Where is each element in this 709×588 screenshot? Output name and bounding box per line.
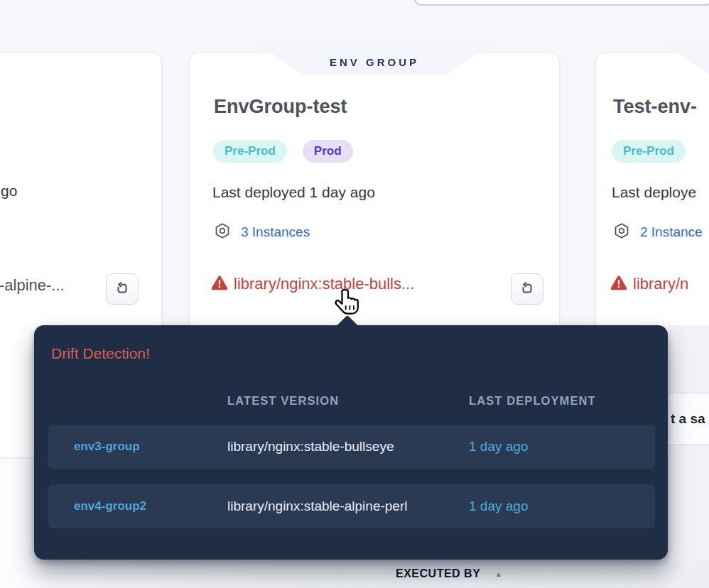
- redeploy-icon: [520, 281, 534, 298]
- card-title: Test-env-: [613, 96, 697, 118]
- instances-row[interactable]: 2 Instance: [613, 222, 703, 242]
- drift-image-row[interactable]: library/n: [610, 275, 688, 293]
- env-group-link[interactable]: env3-group: [74, 440, 227, 454]
- executed-by-label: EXECUTED BY: [396, 567, 480, 580]
- environment-badges: Pre-Prod Prod: [213, 140, 353, 163]
- drift-table-row[interactable]: env3-group library/nginx:stable-bullseye…: [48, 425, 655, 469]
- instances-hexagon-icon: [214, 222, 231, 242]
- badge-pre-prod: Pre-Prod: [612, 140, 686, 163]
- last-deployed-text: Last deploye: [612, 184, 696, 201]
- page: EXECUTED BY ▲ go -alpine-... ENV GROUP E…: [0, 0, 709, 588]
- image-tag-fragment: -alpine-...: [0, 276, 65, 295]
- env-group-ribbon: ENV GROUP: [256, 43, 492, 75]
- instances-link[interactable]: 3 Instances: [241, 224, 310, 240]
- sort-ascending-icon[interactable]: ▲: [494, 570, 502, 578]
- drift-detection-tooltip: Drift Detection! LATEST VERSION LAST DEP…: [34, 325, 668, 560]
- background-table-fragment: t a sa: [669, 325, 709, 561]
- badge-prod: Prod: [303, 140, 353, 163]
- column-last-deployment: LAST DEPLOYMENT: [469, 394, 655, 408]
- last-deployed-fragment: go: [1, 183, 17, 200]
- last-deployed-text: Last deployed 1 day ago: [212, 184, 375, 201]
- row-fragment-text: t a sa: [669, 411, 705, 427]
- environment-badges: Pre-Prod: [612, 140, 686, 163]
- warning-triangle-icon: [211, 275, 228, 293]
- clipped-toolbar-element: [414, 0, 709, 6]
- drift-image-text[interactable]: library/n: [633, 275, 688, 293]
- drift-detection-title: Drift Detection!: [51, 345, 150, 362]
- column-latest-version: LATEST VERSION: [227, 394, 469, 408]
- env-group-link[interactable]: env4-group2: [74, 499, 227, 513]
- latest-version-value: library/nginx:stable-alpine-perl: [227, 499, 469, 514]
- redeploy-button[interactable]: [511, 273, 543, 305]
- env-group-ribbon: ENV GROUP: [663, 43, 709, 75]
- redeploy-button[interactable]: [106, 273, 139, 305]
- drift-image-text[interactable]: library/nginx:stable-bulls...: [234, 275, 414, 293]
- latest-version-value: library/nginx:stable-bullseye: [227, 439, 469, 454]
- badge-pre-prod: Pre-Prod: [213, 140, 287, 163]
- drift-image-row[interactable]: library/nginx:stable-bulls...: [211, 275, 414, 293]
- drift-table-header: LATEST VERSION LAST DEPLOYMENT: [48, 392, 655, 409]
- instances-hexagon-icon: [613, 222, 630, 242]
- last-deployment-value: 1 day ago: [469, 499, 655, 514]
- instances-row[interactable]: 3 Instances: [214, 222, 310, 242]
- last-deployment-value: 1 day ago: [469, 439, 655, 454]
- instances-link[interactable]: 2 Instance: [640, 224, 703, 240]
- warning-triangle-icon: [610, 275, 627, 293]
- card-title: EnvGroup-test: [214, 96, 347, 118]
- background-table-row-fragment: t a sa: [669, 393, 709, 445]
- table-column-header-executed-by[interactable]: EXECUTED BY ▲: [396, 567, 502, 580]
- drift-table: LATEST VERSION LAST DEPLOYMENT env3-grou…: [48, 392, 655, 528]
- drift-table-row[interactable]: env4-group2 library/nginx:stable-alpine-…: [48, 484, 655, 528]
- hand-cursor: [333, 287, 363, 322]
- env-group-ribbon-label: ENV GROUP: [330, 56, 419, 68]
- redeploy-icon: [115, 281, 129, 298]
